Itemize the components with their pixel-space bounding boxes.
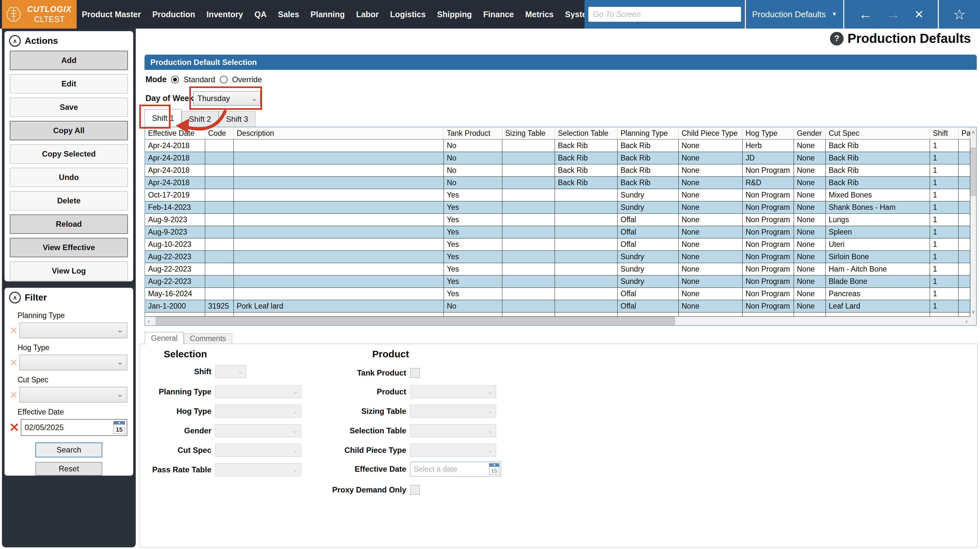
planning-type-filter-dropdown[interactable]: ⌄ <box>19 322 127 338</box>
column-header-tank-product[interactable]: Tank Product <box>444 127 502 139</box>
tab-shift-2[interactable]: Shift 2 <box>181 111 218 127</box>
save-button[interactable]: Save <box>10 97 128 117</box>
scroll-right-icon[interactable]: › <box>966 317 968 325</box>
grid-cell <box>502 276 555 288</box>
column-header-shift[interactable]: Shift <box>930 127 959 139</box>
screen-selector-dropdown[interactable]: Production Defaults ▼ <box>746 10 843 19</box>
column-header-code[interactable]: Code <box>205 127 234 139</box>
grid-cell <box>205 263 234 276</box>
clear-date-icon[interactable]: ✕ <box>8 420 21 435</box>
add-button[interactable]: Add <box>10 51 128 70</box>
table-row[interactable]: Aug-22-2023YesSundryNoneNon ProgramNoneH… <box>145 263 970 276</box>
column-header-gender[interactable]: Gender <box>794 127 826 139</box>
scroll-down-icon[interactable]: ∨ <box>970 309 976 315</box>
selection-table-dropdown[interactable]: ⌄ <box>410 424 496 437</box>
menu-item-labor[interactable]: Labor <box>356 10 379 19</box>
tab-comments[interactable]: Comments <box>184 333 232 344</box>
scroll-left-icon[interactable]: ‹ <box>148 317 150 325</box>
child-piece-type-dropdown[interactable]: ⌄ <box>410 444 496 457</box>
calendar-icon[interactable]: 15 <box>489 463 500 475</box>
close-icon[interactable]: ✕ <box>915 8 924 21</box>
menu-item-production[interactable]: Production <box>152 10 195 19</box>
favorite-star-icon[interactable]: ☆ <box>953 6 966 23</box>
menu-item-planning[interactable]: Planning <box>310 10 345 19</box>
clear-cut-spec-icon[interactable]: ✕ <box>8 389 19 401</box>
table-row[interactable]: Feb-14-2023YesSundryNoneNon ProgramNoneS… <box>145 201 970 214</box>
view-effective-button[interactable]: View Effective <box>10 238 128 257</box>
grid-cell <box>959 214 970 226</box>
grid-cell: Apr-24-2018 <box>145 164 205 177</box>
tank-product-checkbox[interactable] <box>410 368 420 378</box>
calendar-icon[interactable]: 15 <box>113 421 125 434</box>
clear-hog-type-icon[interactable]: ✕ <box>8 357 19 369</box>
table-row[interactable]: Aug-9-2023YesOffalNoneNon ProgramNoneSpl… <box>145 226 970 238</box>
table-row[interactable]: Oct-17-2019YesSundryNoneNon ProgramNoneM… <box>145 189 970 201</box>
table-row[interactable]: Aug-22-2023YesSundryNoneNon ProgramNoneB… <box>145 276 970 288</box>
delete-button[interactable]: Delete <box>10 191 128 211</box>
shift-dropdown[interactable]: ⌄ <box>215 365 246 378</box>
effective-date-picker[interactable]: Select a date 15 <box>410 461 501 477</box>
back-icon[interactable]: ← <box>859 6 872 22</box>
cut-spec-filter-dropdown[interactable]: ⌄ <box>19 387 127 402</box>
vertical-scroll-thumb[interactable] <box>970 147 976 196</box>
menu-item-metrics[interactable]: Metrics <box>525 10 554 19</box>
copy-selected-button[interactable]: Copy Selected <box>10 144 128 164</box>
table-row[interactable]: Apr-24-2018NoBack RibBack RibNoneNon Pro… <box>145 164 970 177</box>
menu-item-inventory[interactable]: Inventory <box>207 10 243 19</box>
tab-general[interactable]: General <box>145 332 184 344</box>
menu-item-shipping[interactable]: Shipping <box>437 10 472 19</box>
column-header-hog-type[interactable]: Hog Type <box>743 127 794 139</box>
menu-item-finance[interactable]: Finance <box>483 10 514 19</box>
radio-override[interactable] <box>220 76 228 83</box>
table-row[interactable]: Jan-1-200031925Pork Leaf lardNoOffalNone… <box>145 300 970 313</box>
sizing-table-dropdown[interactable]: ⌄ <box>410 405 496 418</box>
collapse-actions-icon[interactable]: ∧ <box>9 35 21 47</box>
table-row[interactable]: Apr-24-2018NoBack RibBack RibNoneR&DNone… <box>145 177 970 189</box>
grid-cell: None <box>679 201 743 214</box>
column-header-planning-type[interactable]: Planning Type <box>617 127 679 139</box>
column-header-cut-spec[interactable]: Cut Spec <box>826 127 930 139</box>
column-header-selection-table[interactable]: Selection Table <box>555 127 617 139</box>
column-header-description[interactable]: Description <box>234 127 444 139</box>
horizontal-scroll-thumb[interactable] <box>156 317 675 325</box>
column-header-effective-date[interactable]: Effective Date <box>145 127 205 139</box>
column-header-pa[interactable]: Pa <box>959 127 970 139</box>
vertical-scrollbar[interactable]: ∧ ∨ <box>970 127 976 317</box>
table-row[interactable]: Aug-10-2023YesOffalNoneNon ProgramNoneUt… <box>145 238 970 251</box>
menu-item-product-master[interactable]: Product Master <box>82 10 141 19</box>
table-row[interactable]: Apr-24-2018NoBack RibBack RibNoneJDNoneB… <box>145 152 970 164</box>
undo-button[interactable]: Undo <box>10 168 128 187</box>
forward-icon[interactable]: → <box>886 6 900 22</box>
day-of-week-dropdown[interactable]: Thursday ⌄ <box>193 91 261 105</box>
radio-standard[interactable] <box>171 76 179 83</box>
scroll-up-icon[interactable]: ∧ <box>970 129 976 135</box>
reset-button[interactable]: Reset <box>35 462 102 476</box>
copy-all-button[interactable]: Copy All <box>10 121 128 140</box>
table-row[interactable] <box>145 313 970 317</box>
menu-item-logistics[interactable]: Logistics <box>390 10 426 19</box>
horizontal-scrollbar[interactable]: ‹ › <box>145 317 970 325</box>
edit-button[interactable]: Edit <box>10 74 128 94</box>
menu-item-qa[interactable]: QA <box>254 10 267 19</box>
goto-screen-input[interactable] <box>589 7 741 22</box>
collapse-filter-icon[interactable]: ∧ <box>9 292 21 303</box>
grid-cell <box>555 300 617 313</box>
table-row[interactable]: Aug-22-2023YesSundryNoneNon ProgramNoneS… <box>145 251 970 263</box>
help-icon[interactable]: ? <box>830 32 844 45</box>
column-header-sizing-table[interactable]: Sizing Table <box>502 127 555 139</box>
table-row[interactable]: May-16-2024YesOffalNoneNon ProgramNonePa… <box>145 288 970 300</box>
view-log-button[interactable]: View Log <box>10 261 128 281</box>
tab-shift-1[interactable]: Shift 1 <box>145 109 181 127</box>
proxy-demand-only-checkbox[interactable] <box>410 485 420 495</box>
tab-shift-3[interactable]: Shift 3 <box>218 111 256 127</box>
hog-type-filter-dropdown[interactable]: ⌄ <box>19 355 127 370</box>
effective-date-filter-input[interactable]: 02/05/2025 15 <box>21 419 127 436</box>
table-row[interactable]: Aug-9-2023YesOffalNoneNon ProgramNoneLun… <box>145 214 970 226</box>
reload-button[interactable]: Reload <box>10 214 128 234</box>
table-row[interactable]: Apr-24-2018NoBack RibBack RibNoneHerbNon… <box>145 140 970 152</box>
column-header-child-piece-type[interactable]: Child Piece Type <box>679 127 743 139</box>
clear-planning-type-icon[interactable]: ✕ <box>8 325 19 336</box>
search-button[interactable]: Search <box>35 442 102 457</box>
product-dropdown[interactable]: ⌄ <box>410 385 496 398</box>
menu-item-sales[interactable]: Sales <box>278 10 299 19</box>
